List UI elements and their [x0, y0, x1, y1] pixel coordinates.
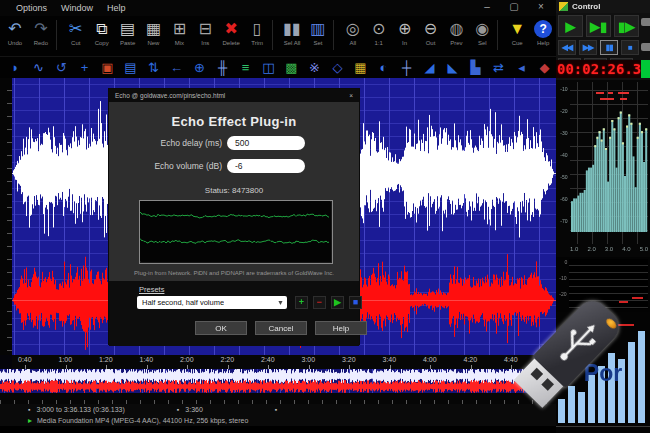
spectrum-x-label: 5.0: [640, 246, 648, 252]
preset-dropdown[interactable]: Half second, half volume ▼: [137, 296, 287, 309]
toolbar-button-out[interactable]: ⊖Out: [418, 18, 444, 47]
file-format-info: Media Foundation MP4 (MPEG-4 AAC), 44100…: [37, 417, 248, 424]
echo-delay-input[interactable]: [227, 136, 305, 150]
effect-button-10[interactable]: ╫: [211, 58, 234, 78]
effect-button-23[interactable]: ◂: [510, 58, 533, 78]
control-window-icon: [559, 2, 568, 11]
toolbar-button-set[interactable]: ▥Set: [305, 18, 331, 47]
time-label: 4:20: [464, 356, 478, 363]
preset-stop-button[interactable]: ■: [349, 296, 362, 309]
effect-button-20[interactable]: ◣: [441, 58, 464, 78]
play-from-button[interactable]: ▮▶: [614, 15, 639, 37]
echo-effect-dialog: Echo @ goldwave.com/pins/echo.html × Ech…: [108, 88, 360, 345]
fast-forward-button[interactable]: ▶▶: [579, 40, 597, 55]
echo-preview-graph: [139, 200, 333, 264]
toolbar-button-redo[interactable]: ↷Redo: [28, 18, 54, 47]
toolbar-button-copy[interactable]: ⧉Copy: [89, 18, 115, 47]
promo-bar: [628, 342, 635, 423]
effect-button-3[interactable]: ↺: [50, 58, 73, 78]
effect-button-6[interactable]: ▤: [119, 58, 142, 78]
effect-button-5[interactable]: ▣: [96, 58, 119, 78]
toolbar-button-label: Undo: [2, 40, 28, 47]
control-title: Control: [572, 2, 600, 11]
effect-button-17[interactable]: ◐: [372, 58, 395, 78]
effect-button-9[interactable]: ⊕: [188, 58, 211, 78]
pause-button[interactable]: ▮▮: [600, 40, 618, 55]
toolbar-button-help[interactable]: ?Help: [530, 18, 556, 47]
effect-button-8[interactable]: ←: [165, 58, 188, 78]
effect-button-4[interactable]: +: [73, 58, 96, 78]
toolbar-button-all[interactable]: ◎All: [340, 18, 366, 47]
control-side-button[interactable]: [641, 18, 650, 26]
toolbar-button-sel-all[interactable]: ▮▮Sel All: [279, 18, 305, 47]
menu-help[interactable]: Help: [107, 3, 126, 13]
toolbar-button-label: Cue: [504, 40, 530, 47]
minimize-icon[interactable]: –: [480, 1, 494, 12]
out-icon: ⊖: [418, 18, 444, 40]
file-overview-strip[interactable]: [0, 369, 556, 393]
effect-button-21[interactable]: ▙: [464, 58, 487, 78]
effect-button-18[interactable]: ┼: [395, 58, 418, 78]
toolbar-button-ins[interactable]: ⊟Ins: [192, 18, 218, 47]
play-button[interactable]: ▶: [558, 15, 583, 37]
toolbar-button-new[interactable]: ▦New: [141, 18, 167, 47]
menu-options[interactable]: Options: [16, 3, 47, 13]
status-bar: ▪ 3:000 to 3:36.133 (0:36.133) ▪ 3:360 ▪: [0, 404, 556, 415]
effect-button-19[interactable]: ◢: [418, 58, 441, 78]
time-label: 1:20: [99, 356, 113, 363]
effect-button-16[interactable]: ▦: [349, 58, 372, 78]
rewind-button[interactable]: ◀◀: [558, 40, 576, 55]
effect-button-11[interactable]: ≡: [234, 58, 257, 78]
sel-icon: ◉: [469, 18, 495, 40]
control-side-button[interactable]: [641, 43, 650, 51]
maximize-icon[interactable]: ▢: [507, 1, 521, 12]
toolbar-button-cue[interactable]: ▼Cue: [504, 18, 530, 47]
ok-button[interactable]: OK: [195, 321, 247, 335]
plugin-footnote: Plug-in from Network. PiDN and PiDNAPI a…: [109, 270, 359, 276]
toolbar-button-in[interactable]: ⊕In: [392, 18, 418, 47]
status-bullet-icon: ▪: [275, 406, 277, 413]
toolbar-button-label: Cut: [63, 40, 89, 47]
menu-window[interactable]: Window: [61, 3, 93, 13]
toolbar-button-sel[interactable]: ◉Sel: [469, 18, 495, 47]
time-ruler[interactable]: 0:401:001:201:402:002:202:403:003:203:40…: [12, 355, 556, 369]
toolbar-button-prev[interactable]: ◍Prev: [443, 18, 469, 47]
effect-button-13[interactable]: ▩: [280, 58, 303, 78]
toolbar-button-mix[interactable]: ⊞Mix: [166, 18, 192, 47]
toolbar-separator: [56, 20, 61, 50]
control-title-bar[interactable]: Control: [556, 0, 650, 13]
toolbar-button-label: 1:1: [366, 40, 392, 47]
close-icon[interactable]: ×: [534, 1, 548, 12]
dialog-preset-section: Presets Half second, half volume ▼ +−▶■ …: [109, 281, 359, 346]
effect-button-1[interactable]: ◗: [4, 58, 27, 78]
toolbar-button-label: Sel: [469, 40, 495, 47]
stop-button[interactable]: ■: [621, 40, 639, 55]
toolbar-button-1-1[interactable]: ⊙1:1: [366, 18, 392, 47]
toolbar-button-cut[interactable]: ✂Cut: [63, 18, 89, 47]
new-icon: ▦: [141, 18, 167, 40]
toolbar-button-undo[interactable]: ↶Undo: [2, 18, 28, 47]
preset-play-button[interactable]: ▶: [331, 296, 344, 309]
effect-button-24[interactable]: ◆: [533, 58, 556, 78]
toolbar-button-delete[interactable]: ✖Delete: [218, 18, 244, 47]
level-meter-y-axis: 0-10-20: [556, 257, 568, 307]
effect-button-12[interactable]: ◫: [257, 58, 280, 78]
dialog-title-text: Echo @ goldwave.com/pins/echo.html: [115, 92, 225, 99]
dialog-close-icon[interactable]: ×: [349, 92, 353, 99]
play-selection-button[interactable]: ▶▮: [586, 15, 611, 37]
preset-add-button[interactable]: +: [295, 296, 308, 309]
promo-baseline: [556, 426, 650, 427]
echo-volume-input[interactable]: [227, 159, 305, 173]
effect-button-15[interactable]: ◇: [326, 58, 349, 78]
preset-delete-button[interactable]: −: [313, 296, 326, 309]
effect-button-14[interactable]: ※: [303, 58, 326, 78]
cancel-button[interactable]: Cancel: [255, 321, 307, 335]
effect-button-2[interactable]: ∿: [27, 58, 50, 78]
toolbar-button-trim[interactable]: ▯Trim: [244, 18, 270, 47]
effect-button-22[interactable]: ⇄: [487, 58, 510, 78]
toolbar-button-paste[interactable]: ▤Paste: [115, 18, 141, 47]
effect-button-7[interactable]: ⇅: [142, 58, 165, 78]
toolbar-button-label: Ins: [192, 40, 218, 47]
dialog-title-bar[interactable]: Echo @ goldwave.com/pins/echo.html ×: [109, 89, 359, 102]
help-button[interactable]: Help: [315, 321, 367, 335]
